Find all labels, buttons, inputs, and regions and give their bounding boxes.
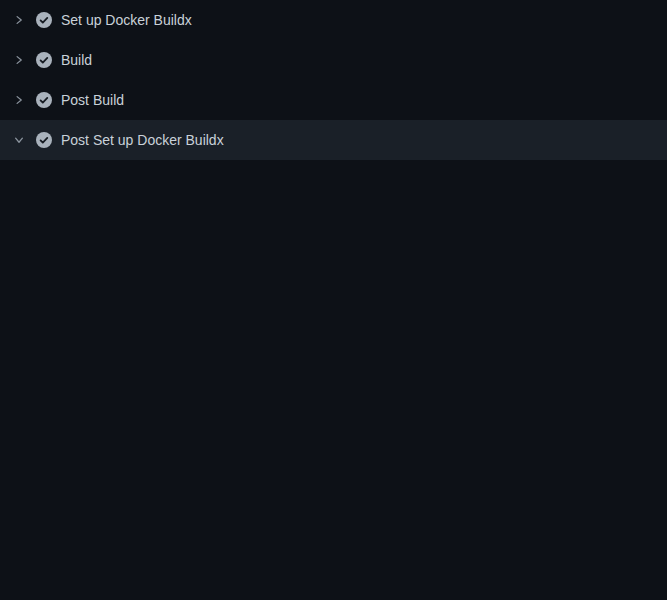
log-line: 15 time="2021-04-23T18:02:38Z" level=deb… <box>0 469 667 489</box>
step-title: Post Set up Docker Buildx <box>61 132 224 148</box>
step-title: Set up Docker Buildx <box>61 12 192 28</box>
log-line: 7 time="2021-04-23T18:02:37Z" level=warn… <box>0 309 667 329</box>
log-line: 19 time="2021-04-23T18:02:38Z" level=deb… <box>0 549 667 569</box>
log-line: 20 time="2021-04-23T18:02:38Z" level=deb… <box>0 589 667 600</box>
log-line: 11 time="2021-04-23T18:02:38Z" level=deb… <box>0 389 667 409</box>
log-line: 13 time="2021-04-23T18:02:38Z" level=deb… <box>0 429 667 449</box>
log-line: 16 time="2021-04-23T18:02:38Z" level=deb… <box>0 489 667 509</box>
step-list: Set up Docker Buildx Build Post Build Po… <box>0 0 667 160</box>
step-header[interactable]: Build <box>0 40 667 80</box>
log-line: 9 time="2021-04-23T18:02:37Z" level=warn… <box>0 349 667 369</box>
log-line: 17 time="2021-04-23T18:02:38Z" level=deb… <box>0 509 667 529</box>
log-line: 4 time="2021-04-23T18:02:37Z" level=info… <box>0 229 667 249</box>
log-line: 3 /usr/bin/docker logs buildx_buildkit_b… <box>0 209 667 229</box>
log-line: 2 ▼ BuildKit container logs <box>0 189 667 209</box>
log-line: 18 time="2021-04-23T18:02:38Z" level=deb… <box>0 529 667 549</box>
step-title: Post Build <box>61 92 124 108</box>
log-line: 1 Post job cleanup. <box>0 169 667 189</box>
chevron-icon <box>12 53 26 67</box>
chevron-icon <box>12 13 26 27</box>
log-line: 6 time="2021-04-23T18:02:37Z" level=info… <box>0 269 667 289</box>
log-line: 5 time="2021-04-23T18:02:37Z" level=warn… <box>0 249 667 269</box>
log-line: 10 time="2021-04-23T18:02:37Z" level=inf… <box>0 369 667 389</box>
check-circle-icon <box>36 52 52 68</box>
chevron-icon <box>12 133 26 147</box>
log-line: linux/riscv64 linux/ppc641e linux/s390x … <box>0 289 667 309</box>
log-line: 8 time="2021-04-23T18:02:37Z" level=info… <box>0 329 667 349</box>
check-circle-icon <box>36 12 52 28</box>
step-header[interactable]: Post Build <box>0 80 667 120</box>
check-circle-icon <box>36 132 52 148</box>
step-title: Build <box>61 52 92 68</box>
chevron-icon <box>12 93 26 107</box>
step-header[interactable]: Set up Docker Buildx <box>0 0 667 40</box>
actions-log-viewer: Set up Docker Buildx Build Post Build Po… <box>0 0 667 600</box>
step-log-output: 1 Post job cleanup. 2 ▼ BuildKit contain… <box>0 160 667 600</box>
step-header[interactable]: Post Set up Docker Buildx <box>0 120 667 160</box>
log-line: application/vnd.oci.image.index.v1+json,… <box>0 569 667 589</box>
log-line: 12 time="2021-04-23T18:02:38Z" level=deb… <box>0 409 667 429</box>
log-line: 14 time="2021-04-23T18:02:38Z" level=deb… <box>0 449 667 469</box>
check-circle-icon <box>36 92 52 108</box>
